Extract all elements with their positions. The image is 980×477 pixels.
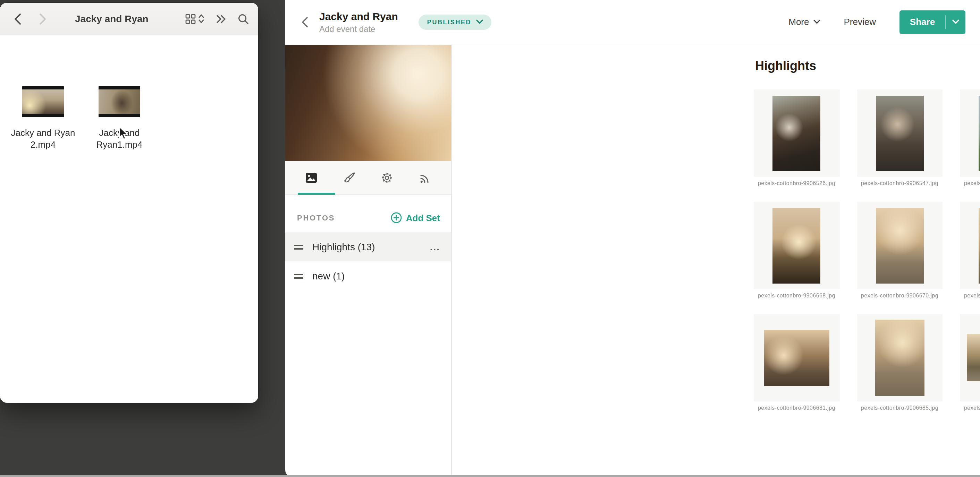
tab-activity[interactable] [411, 161, 439, 194]
photos-icon [305, 172, 317, 183]
photo-filename: pexels-cottonbro-9906685.jpg [857, 405, 942, 411]
more-label: More [788, 17, 809, 27]
photo-filename: pexels-cottonbro-9906526.jpg [754, 180, 840, 187]
photo-card-background [857, 202, 942, 289]
photo-thumbnail [875, 320, 924, 396]
set-options-button[interactable]: ... [430, 245, 440, 249]
more-menu-button[interactable]: More [788, 17, 820, 27]
photo-thumbnail [876, 95, 924, 171]
photo-card[interactable]: pexels-cottonbro-9906681.jpg [754, 314, 840, 411]
photo-card[interactable]: pexels-cottonbro-9906526.jpg [754, 89, 840, 187]
status-label: PUBLISHED [427, 18, 471, 25]
chevron-down-icon [476, 19, 483, 24]
share-dropdown-button[interactable] [946, 19, 966, 24]
chevron-down-icon [813, 19, 820, 24]
photo-thumbnail [773, 95, 821, 171]
photo-card-background [857, 89, 942, 177]
add-event-date-link[interactable]: Add event date [319, 24, 398, 33]
rss-icon [419, 171, 431, 183]
finder-window: Jacky and Ryan Jacky and Ryan 2.mp4 [0, 3, 258, 403]
set-row-highlights[interactable]: Highlights (13) ... [285, 232, 451, 261]
photo-card-background [960, 89, 980, 177]
photo-card-background [754, 202, 840, 289]
photo-filename: pexels-cottonbro-9906681.jpg [754, 405, 840, 411]
set-title: Highlights [755, 59, 816, 73]
photo-filename: pexels-cottonbro-9906668.jpg [754, 293, 840, 299]
finder-window-title: Jacky and Ryan [75, 13, 148, 24]
video-thumbnail [22, 86, 64, 117]
photo-thumbnail [967, 334, 980, 381]
gallery-title: Jacky and Ryan [319, 10, 398, 22]
drag-handle-icon[interactable] [294, 271, 303, 280]
add-set-button[interactable]: Add Set [391, 212, 440, 223]
photo-thumbnail [876, 208, 924, 283]
video-thumbnail [99, 86, 140, 117]
file-item-video-1[interactable]: Jacky and Ryan1.mp4 [76, 86, 162, 151]
photo-filename: pexels-cottonbro-9906670.jpg [857, 293, 942, 299]
photo-filename: pexels-cottonbro-9906689.jpg [960, 405, 980, 411]
drag-handle-icon[interactable] [294, 242, 303, 251]
view-options-icon[interactable] [185, 14, 204, 24]
photo-card[interactable]: pexels-cottonbro-9906670.jpg [857, 202, 942, 299]
screen-bottom-edge [0, 475, 980, 477]
mouse-cursor [119, 126, 129, 140]
search-icon[interactable] [238, 14, 248, 24]
photo-card-background [960, 202, 980, 289]
photo-thumbnail [979, 208, 980, 283]
photo-thumbnail [979, 95, 980, 171]
photo-card[interactable]: pexels-cottonbro-9906549.jpg [960, 89, 980, 187]
photo-grid: pexels-cottonbro-9906526.jpgpexels-cotto… [754, 89, 980, 411]
forward-icon[interactable] [35, 11, 50, 26]
back-icon[interactable] [298, 15, 312, 29]
chevron-down-icon [952, 19, 959, 24]
photo-card[interactable]: pexels-cottonbro-9906689.jpg [960, 314, 980, 411]
chevron-double-right-icon[interactable] [216, 14, 226, 23]
set-row-new[interactable]: new (1) [285, 261, 451, 290]
preview-button[interactable]: Preview [844, 17, 876, 27]
cover-photo[interactable] [285, 45, 451, 161]
share-button[interactable]: Share [899, 10, 966, 33]
file-item-video-2[interactable]: Jacky and Ryan 2.mp4 [0, 86, 86, 151]
plus-circle-icon [391, 212, 402, 223]
photo-card[interactable]: pexels-cottonbro-9906547.jpg [857, 89, 942, 187]
finder-file-area: Jacky and Ryan 2.mp4 Jacky and Ryan1.mp4 [0, 35, 258, 403]
gallery-app-window: Jacky and Ryan Add event date PUBLISHED … [285, 0, 980, 477]
paintbrush-icon [343, 171, 355, 183]
sidebar-tabs [285, 161, 451, 195]
photo-card[interactable]: pexels-cottonbro-9906668.jpg [754, 202, 840, 299]
photo-card-background [754, 89, 840, 177]
published-status-dropdown[interactable]: PUBLISHED [419, 14, 492, 30]
set-label: Highlights (13) [312, 241, 375, 252]
file-name: Jacky and Ryan 2.mp4 [0, 127, 86, 151]
photo-card[interactable]: pexels-cottonbro-9906685.jpg [857, 314, 942, 411]
tab-photos[interactable] [298, 161, 325, 194]
photo-card-background [754, 314, 840, 401]
add-set-label: Add Set [406, 212, 440, 223]
gear-icon [381, 171, 393, 183]
tab-design[interactable] [335, 161, 363, 194]
photo-card-background [960, 314, 980, 401]
active-tab-indicator [298, 193, 335, 195]
screen: Jacky and Ryan Jacky and Ryan 2.mp4 [0, 0, 980, 477]
photos-section-label: PHOTOS [297, 214, 335, 222]
gallery-sidebar: PHOTOS Add Set Highlights (13) ... new (… [285, 45, 452, 477]
photo-filename: pexels-cottonbro-9906671.jpg [960, 293, 980, 299]
photo-thumbnail [764, 330, 829, 386]
set-content-area: Highlights Add Media pexels-cottonbro-99… [738, 45, 980, 477]
share-label: Share [899, 17, 945, 27]
tab-settings[interactable] [374, 161, 401, 194]
finder-titlebar: Jacky and Ryan [0, 3, 258, 35]
photo-card[interactable]: pexels-cottonbro-9906671.jpg [960, 202, 980, 299]
app-header: Jacky and Ryan Add event date PUBLISHED … [285, 0, 980, 44]
back-icon[interactable] [10, 11, 25, 26]
photo-filename: pexels-cottonbro-9906547.jpg [857, 180, 942, 187]
set-label: new (1) [312, 270, 345, 282]
photo-card-background [857, 314, 942, 401]
photo-filename: pexels-cottonbro-9906549.jpg [960, 180, 980, 187]
photo-thumbnail [773, 208, 821, 283]
